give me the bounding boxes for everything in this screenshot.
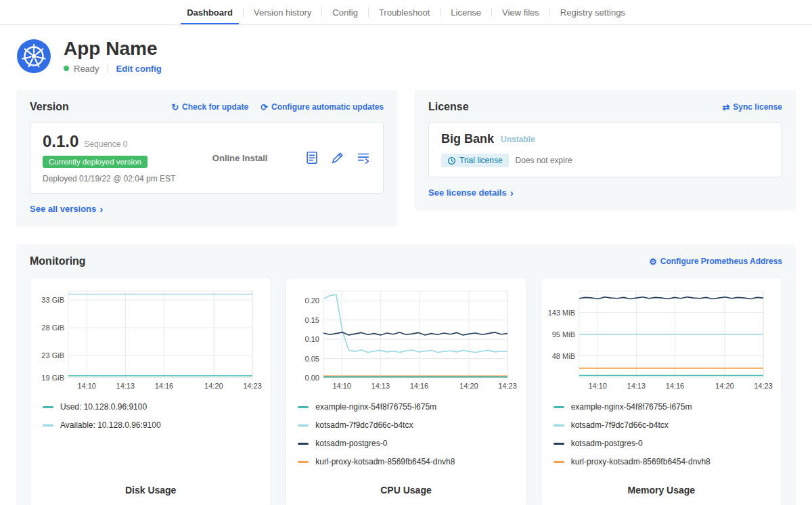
legend-label: kotsadm-7f9dc7d66c-b4tcx xyxy=(571,420,669,430)
svg-text:23 GiB: 23 GiB xyxy=(41,351,64,359)
auto-update-icon: ⟳ xyxy=(261,103,268,112)
license-card-title: License xyxy=(428,101,469,113)
sync-license-label: Sync license xyxy=(733,102,782,112)
app-header: App Name Ready Edit config xyxy=(0,25,812,90)
chevron-right-icon: › xyxy=(99,203,103,215)
svg-text:14:13: 14:13 xyxy=(627,382,646,390)
sync-icon: ⇄ xyxy=(722,103,729,112)
disk-usage-card: 19 GiB23 GiB28 GiB33 GiB14:1014:1314:161… xyxy=(30,277,271,505)
svg-text:14:16: 14:16 xyxy=(665,382,684,390)
configure-automatic-updates-label: Configure automatic updates xyxy=(271,102,384,112)
legend-item: Used: 10.128.0.96:9100 xyxy=(43,402,264,412)
legend-label: example-nginx-54f8f76755-l675m xyxy=(571,402,692,412)
legend-swatch xyxy=(554,424,564,426)
legend-label: kurl-proxy-kotsadm-8569fb6454-dnvh8 xyxy=(571,457,710,466)
legend-item: kotsadm-7f9dc7d66c-b4tcx xyxy=(298,420,519,430)
check-for-update-label: Check for update xyxy=(182,102,248,112)
svg-text:0.10: 0.10 xyxy=(305,335,319,343)
svg-text:14:16: 14:16 xyxy=(155,382,174,390)
legend-item: example-nginx-54f8f76755-l675m xyxy=(554,402,775,412)
legend-item: kurl-proxy-kotsadm-8569fb6454-dnvh8 xyxy=(298,457,519,466)
disk-usage-legend: Used: 10.128.0.96:9100 Available: 10.128… xyxy=(37,402,264,439)
configure-prometheus-link[interactable]: ⚙ Configure Prometheus Address xyxy=(649,257,782,266)
tab-troubleshoot[interactable]: Troubleshoot xyxy=(369,0,440,24)
svg-text:0.20: 0.20 xyxy=(305,297,319,305)
tab-dashboard[interactable]: Dashboard xyxy=(177,0,243,24)
license-expiration: Does not expire xyxy=(516,156,572,165)
trial-license-label: Trial license xyxy=(459,156,503,165)
tab-version-history[interactable]: Version history xyxy=(244,0,321,24)
cpu-usage-legend: example-nginx-54f8f76755-l675m kotsadm-7… xyxy=(292,402,519,475)
license-card: License ⇄ Sync license Big Bank Unstable… xyxy=(415,90,796,211)
svg-text:0.15: 0.15 xyxy=(305,316,319,324)
svg-text:28 GiB: 28 GiB xyxy=(41,324,64,332)
tab-config[interactable]: Config xyxy=(322,0,368,24)
monitoring-title: Monitoring xyxy=(30,255,86,267)
see-license-details-link[interactable]: See license details › xyxy=(428,187,514,198)
legend-label: kotsadm-7f9dc7d66c-b4tcx xyxy=(315,420,413,430)
customer-name: Big Bank xyxy=(441,132,494,146)
svg-text:14:13: 14:13 xyxy=(116,382,135,390)
legend-swatch xyxy=(43,424,53,426)
kubernetes-logo-icon xyxy=(16,39,51,74)
svg-text:14:23: 14:23 xyxy=(243,382,262,390)
svg-text:0.00: 0.00 xyxy=(305,374,319,382)
status-dot xyxy=(64,66,69,71)
version-card: Version ↻ Check for update ⟳ Configure a… xyxy=(16,90,397,227)
legend-label: Available: 10.128.0.96:9100 xyxy=(60,420,161,430)
divider xyxy=(108,64,108,73)
legend-item: kotsadm-7f9dc7d66c-b4tcx xyxy=(554,420,775,430)
legend-swatch xyxy=(554,461,564,463)
legend-item: example-nginx-54f8f76755-l675m xyxy=(298,402,519,412)
svg-text:14:10: 14:10 xyxy=(588,382,607,390)
gear-icon: ⚙ xyxy=(649,257,657,266)
edit-config-link[interactable]: Edit config xyxy=(116,64,162,74)
svg-text:14:20: 14:20 xyxy=(459,382,478,390)
legend-swatch xyxy=(298,461,309,463)
svg-text:14:10: 14:10 xyxy=(77,382,96,390)
chevron-right-icon: › xyxy=(510,187,514,198)
release-notes-icon[interactable] xyxy=(304,150,319,165)
legend-label: example-nginx-54f8f76755-l675m xyxy=(315,402,436,412)
edit-yaml-icon[interactable] xyxy=(330,150,345,165)
memory-usage-chart: 48 MiB95 MiB143 MiB14:1014:1314:1614:201… xyxy=(548,286,775,394)
chart-title: Disk Usage xyxy=(37,475,264,496)
deployed-timestamp: Deployed 01/19/22 @ 02:04 pm EST xyxy=(43,174,175,183)
svg-text:143 MiB: 143 MiB xyxy=(547,309,574,317)
legend-swatch xyxy=(43,406,53,408)
disk-usage-chart: 19 GiB23 GiB28 GiB33 GiB14:1014:1314:161… xyxy=(37,286,264,394)
tab-view-files[interactable]: View files xyxy=(492,0,549,24)
version-number: 0.1.0 xyxy=(43,132,78,151)
current-version-box: 0.1.0 Sequence 0 Currently deployed vers… xyxy=(30,122,384,194)
check-for-update-link[interactable]: ↻ Check for update xyxy=(171,102,248,112)
version-sequence: Sequence 0 xyxy=(84,139,127,149)
deploy-logs-icon[interactable] xyxy=(356,150,371,165)
configure-automatic-updates-link[interactable]: ⟳ Configure automatic updates xyxy=(261,102,384,112)
see-license-details-label: See license details xyxy=(428,188,507,198)
legend-label: kotsadm-postgres-0 xyxy=(571,439,643,448)
tab-license[interactable]: License xyxy=(441,0,491,24)
sync-license-link[interactable]: ⇄ Sync license xyxy=(722,102,782,112)
configure-prometheus-label: Configure Prometheus Address xyxy=(660,257,782,266)
svg-text:14:23: 14:23 xyxy=(754,382,773,390)
svg-text:48 MiB: 48 MiB xyxy=(551,352,574,360)
cpu-usage-chart: 0.000.050.100.150.2014:1014:1314:1614:20… xyxy=(292,286,519,394)
legend-item: kotsadm-postgres-0 xyxy=(298,439,519,448)
see-all-versions-link[interactable]: See all versions › xyxy=(30,203,103,215)
version-card-title: Version xyxy=(30,101,69,113)
legend-item: kotsadm-postgres-0 xyxy=(554,439,775,448)
page-title: App Name xyxy=(64,39,162,60)
svg-text:95 MiB: 95 MiB xyxy=(551,330,574,338)
legend-label: kotsadm-postgres-0 xyxy=(315,439,387,448)
svg-text:19 GiB: 19 GiB xyxy=(41,374,64,382)
svg-text:14:10: 14:10 xyxy=(333,382,352,390)
legend-swatch xyxy=(554,406,564,408)
legend-item: kurl-proxy-kotsadm-8569fb6454-dnvh8 xyxy=(554,457,775,466)
svg-text:14:23: 14:23 xyxy=(499,382,518,390)
memory-usage-legend: example-nginx-54f8f76755-l675m kotsadm-7… xyxy=(548,402,775,475)
refresh-icon: ↻ xyxy=(171,103,179,112)
tab-registry-settings[interactable]: Registry settings xyxy=(550,0,635,24)
memory-usage-card: 48 MiB95 MiB143 MiB14:1014:1314:1614:201… xyxy=(541,277,782,505)
status-text: Ready xyxy=(74,64,99,74)
install-type-label: Online Install xyxy=(175,153,304,163)
